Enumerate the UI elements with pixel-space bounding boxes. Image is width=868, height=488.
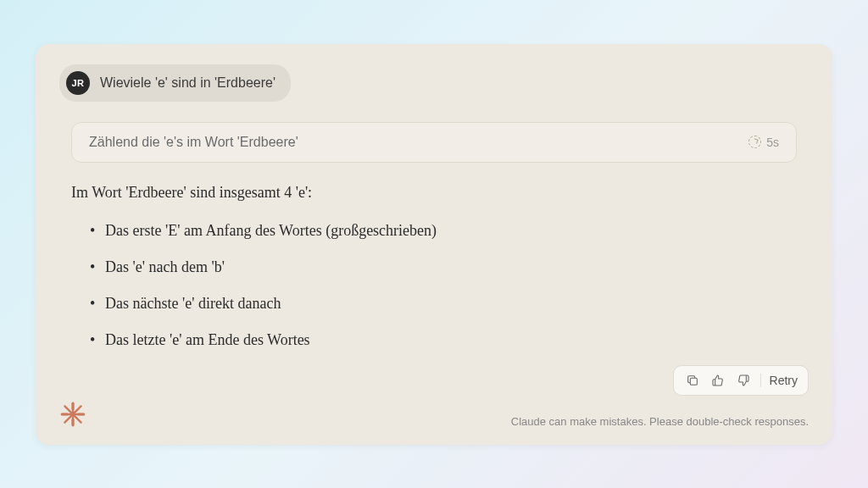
logo-icon [59, 401, 86, 428]
thinking-summary[interactable]: Zählend die 'e's im Wort 'Erdbeere' 5s [71, 122, 797, 163]
thinking-duration: 5s [766, 136, 779, 149]
thinking-text: Zählend die 'e's im Wort 'Erdbeere' [89, 135, 298, 150]
divider [760, 374, 761, 387]
thinking-meta: 5s [748, 136, 779, 149]
list-item: Das letzte 'e' am Ende des Wortes [90, 329, 797, 352]
answer-intro: Im Wort 'Erdbeere' sind insgesamt 4 'e': [71, 181, 797, 204]
clock-icon [748, 136, 761, 148]
user-message: JR Wieviele 'e' sind in 'Erdbeere' [59, 64, 291, 102]
message-actions: Retry [673, 365, 809, 396]
avatar: JR [66, 71, 90, 95]
user-message-text: Wieviele 'e' sind in 'Erdbeere' [100, 75, 275, 91]
answer-list: Das erste 'E' am Anfang des Wortes (groß… [71, 219, 797, 352]
chat-card: JR Wieviele 'e' sind in 'Erdbeere' Zähle… [36, 44, 832, 445]
assistant-answer: Im Wort 'Erdbeere' sind insgesamt 4 'e':… [71, 181, 797, 352]
list-item: Das nächste 'e' direkt danach [90, 292, 797, 315]
thumbs-down-icon[interactable] [735, 372, 752, 389]
list-item: Das erste 'E' am Anfang des Wortes (groß… [90, 219, 797, 242]
actions-row: Retry [59, 365, 809, 396]
retry-button[interactable]: Retry [770, 374, 798, 387]
copy-icon[interactable] [684, 372, 701, 389]
bottom-row: Claude can make mistakes. Please double-… [59, 401, 809, 428]
thumbs-up-icon[interactable] [709, 372, 726, 389]
list-item: Das 'e' nach dem 'b' [90, 256, 797, 279]
svg-rect-0 [690, 378, 697, 385]
disclaimer: Claude can make mistakes. Please double-… [511, 415, 809, 428]
